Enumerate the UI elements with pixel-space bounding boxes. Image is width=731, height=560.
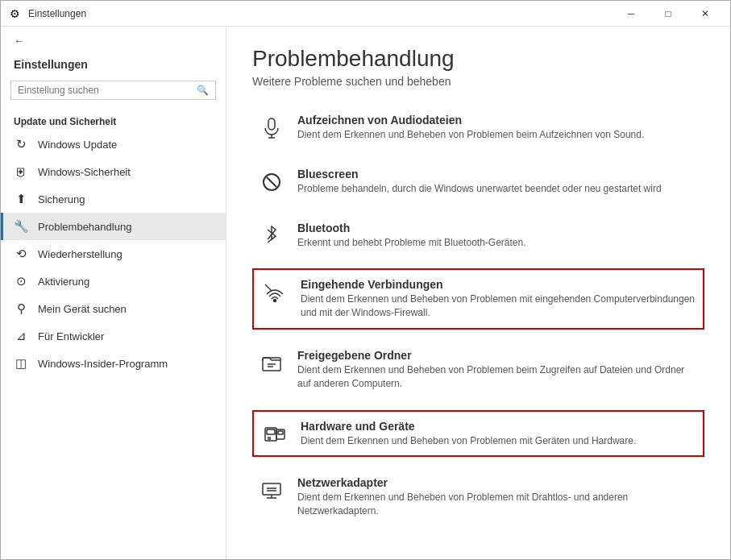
troubleshoot-desc-bluetooth: Erkennt und behebt Probleme mit Bluetoot… xyxy=(297,236,526,250)
troubleshoot-list: Aufzeichnen von AudiodateienDient dem Er… xyxy=(252,107,704,525)
sidebar-label-windows-security: Windows-Sicherheit xyxy=(38,166,131,178)
content-area: ← Einstellungen 🔍 Update und Sicherheit … xyxy=(1,27,730,559)
title-bar-title: Einstellungen xyxy=(28,8,613,19)
troubleshoot-icon-audio xyxy=(259,115,285,141)
troubleshoot-item-eingehende-verbindungen[interactable]: Eingehende VerbindungenDient dem Erkenne… xyxy=(252,268,704,330)
sidebar-label-entwickler: Für Entwickler xyxy=(38,330,104,342)
sidebar-item-insider[interactable]: ◫Windows-Insider-Programm xyxy=(1,350,226,377)
sidebar-label-problembehandlung: Problembehandlung xyxy=(38,221,131,233)
troubleshoot-icon-hardware-geraete xyxy=(262,421,288,447)
troubleshoot-desc-freigegebene-ordner: Dient dem Erkennen und Beheben von Probl… xyxy=(297,363,698,391)
svg-rect-0 xyxy=(268,118,275,130)
sidebar-icon-entwickler: ⊿ xyxy=(14,329,28,343)
sidebar-label-windows-update: Windows Update xyxy=(38,139,117,151)
sidebar-icon-aktivierung: ⊙ xyxy=(14,274,28,288)
sidebar-items-list: ↻Windows Update⛨Windows-Sicherheit⬆Siche… xyxy=(1,131,226,377)
close-button[interactable]: ✕ xyxy=(687,1,724,27)
troubleshoot-icon-freigegebene-ordner xyxy=(259,351,285,376)
title-bar-controls: ─ □ ✕ xyxy=(613,1,724,27)
sidebar-item-windows-update[interactable]: ↻Windows Update xyxy=(1,131,226,158)
sidebar-section-title: Update und Sicherheit xyxy=(1,110,226,131)
troubleshoot-desc-hardware-geraete: Dient dem Erkennen und Beheben von Probl… xyxy=(301,434,636,448)
sidebar-icon-insider: ◫ xyxy=(14,356,28,371)
troubleshoot-desc-netzwerkadapter: Dient dem Erkennen und Beheben von Probl… xyxy=(297,491,698,518)
sidebar-item-windows-security[interactable]: ⛨Windows-Sicherheit xyxy=(1,158,226,185)
troubleshoot-desc-bluescreen: Probleme behandeln, durch die Windows un… xyxy=(297,182,662,196)
svg-rect-16 xyxy=(263,483,280,495)
troubleshoot-icon-bluetooth xyxy=(259,223,285,249)
sidebar-icon-wiederherstellung: ⟲ xyxy=(14,247,28,261)
troubleshoot-item-netzwerkadapter[interactable]: NetzwerkadapterDient dem Erkennen und Be… xyxy=(252,470,704,525)
back-button[interactable]: ← xyxy=(1,27,226,55)
main-title: Problembehandlung xyxy=(252,46,704,72)
sidebar-icon-windows-update: ↻ xyxy=(14,137,28,151)
troubleshoot-desc-audio: Dient dem Erkennen und Beheben von Probl… xyxy=(297,128,644,142)
svg-rect-11 xyxy=(267,429,275,434)
troubleshoot-icon-eingehende-verbindungen xyxy=(262,280,288,305)
sidebar-label-wiederherstellung: Wiederherstellung xyxy=(38,248,123,260)
troubleshoot-text-netzwerkadapter: NetzwerkadapterDient dem Erkennen und Be… xyxy=(297,476,698,518)
troubleshoot-label-hardware-geraete: Hardware und Geräte xyxy=(301,420,636,433)
troubleshoot-text-audio: Aufzeichnen von AudiodateienDient dem Er… xyxy=(297,114,644,142)
svg-rect-13 xyxy=(278,431,283,434)
sidebar-label-mein-geraet: Mein Gerät suchen xyxy=(38,303,127,315)
troubleshoot-item-audio[interactable]: Aufzeichnen von AudiodateienDient dem Er… xyxy=(252,107,704,148)
troubleshoot-item-bluescreen[interactable]: BluescreenProbleme behandeln, durch die … xyxy=(252,161,704,202)
troubleshoot-label-freigegebene-ordner: Freigegebene Ordner xyxy=(297,349,698,362)
svg-line-4 xyxy=(267,177,276,187)
sidebar-item-entwickler[interactable]: ⊿Für Entwickler xyxy=(1,322,226,350)
troubleshoot-label-bluescreen: Bluescreen xyxy=(297,168,662,180)
sidebar-item-sicherung[interactable]: ⬆Sicherung xyxy=(1,185,226,213)
troubleshoot-icon-bluescreen xyxy=(259,169,285,195)
sidebar: ← Einstellungen 🔍 Update und Sicherheit … xyxy=(1,27,226,559)
sidebar-app-title: Einstellungen xyxy=(1,55,226,81)
sidebar-label-sicherung: Sicherung xyxy=(38,193,85,205)
troubleshoot-label-eingehende-verbindungen: Eingehende Verbindungen xyxy=(301,278,695,291)
troubleshoot-text-bluetooth: BluetoothErkennt und behebt Probleme mit… xyxy=(297,222,526,250)
title-bar-icon: ⚙ xyxy=(7,6,22,21)
minimize-button[interactable]: ─ xyxy=(613,1,650,27)
troubleshoot-label-bluetooth: Bluetooth xyxy=(297,222,526,234)
troubleshoot-text-bluescreen: BluescreenProbleme behandeln, durch die … xyxy=(297,168,662,196)
troubleshoot-desc-eingehende-verbindungen: Dient dem Erkennen und Beheben von Probl… xyxy=(301,292,695,320)
search-input[interactable] xyxy=(18,85,197,96)
troubleshoot-item-freigegebene-ordner[interactable]: Freigegebene OrdnerDient dem Erkennen un… xyxy=(252,342,704,397)
troubleshoot-item-bluetooth[interactable]: BluetoothErkennt und behebt Probleme mit… xyxy=(252,215,704,256)
maximize-button[interactable]: □ xyxy=(650,1,687,27)
sidebar-icon-mein-geraet: ⚲ xyxy=(14,301,28,316)
search-box: 🔍 xyxy=(10,81,216,100)
troubleshoot-label-audio: Aufzeichnen von Audiodateien xyxy=(297,114,644,127)
sidebar-label-aktivierung: Aktivierung xyxy=(38,276,89,288)
sidebar-item-mein-geraet[interactable]: ⚲Mein Gerät suchen xyxy=(1,295,226,322)
main-subtitle: Weitere Probleme suchen und beheben xyxy=(252,75,704,88)
settings-window: ⚙ Einstellungen ─ □ ✕ ← Einstellungen 🔍 … xyxy=(0,0,731,560)
troubleshoot-text-eingehende-verbindungen: Eingehende VerbindungenDient dem Erkenne… xyxy=(301,278,695,320)
sidebar-item-problembehandlung[interactable]: 🔧Problembehandlung xyxy=(1,213,226,240)
sidebar-icon-windows-security: ⛨ xyxy=(14,164,28,179)
sidebar-item-wiederherstellung[interactable]: ⟲Wiederherstellung xyxy=(1,240,226,268)
search-icon: 🔍 xyxy=(197,85,209,96)
sidebar-item-aktivierung[interactable]: ⊙Aktivierung xyxy=(1,268,226,295)
main-content: Problembehandlung Weitere Probleme suche… xyxy=(226,27,730,559)
svg-point-5 xyxy=(274,300,276,302)
sidebar-icon-sicherung: ⬆ xyxy=(14,192,28,206)
back-icon: ← xyxy=(14,35,24,47)
troubleshoot-icon-netzwerkadapter xyxy=(259,478,285,504)
svg-line-6 xyxy=(265,284,272,291)
sidebar-icon-problembehandlung: 🔧 xyxy=(14,219,28,234)
troubleshoot-label-netzwerkadapter: Netzwerkadapter xyxy=(297,476,698,489)
troubleshoot-text-hardware-geraete: Hardware und GeräteDient dem Erkennen un… xyxy=(301,420,636,448)
troubleshoot-text-freigegebene-ordner: Freigegebene OrdnerDient dem Erkennen un… xyxy=(297,349,698,391)
troubleshoot-item-hardware-geraete[interactable]: Hardware und GeräteDient dem Erkennen un… xyxy=(252,410,704,458)
title-bar: ⚙ Einstellungen ─ □ ✕ xyxy=(1,1,730,27)
sidebar-label-insider: Windows-Insider-Programm xyxy=(38,358,168,370)
